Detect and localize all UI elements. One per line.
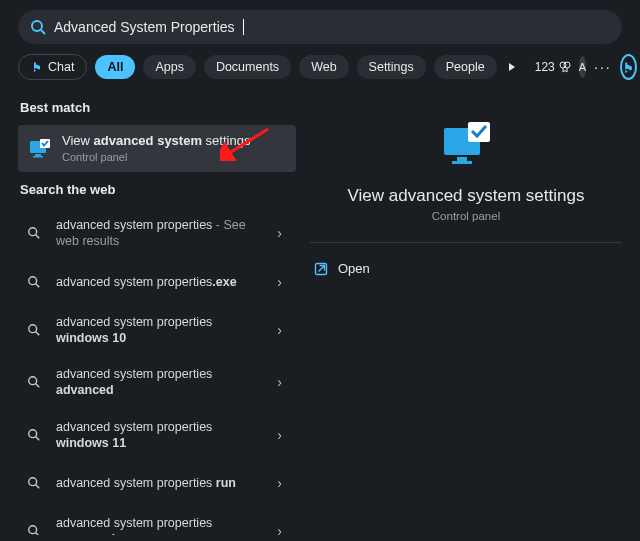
web-chip[interactable]: Web	[299, 55, 348, 79]
search-web-heading: Search the web	[20, 182, 296, 197]
svg-point-12	[29, 325, 37, 333]
svg-point-20	[29, 526, 37, 534]
rewards-count[interactable]: 123	[535, 60, 571, 74]
svg-line-19	[36, 485, 40, 489]
control-panel-icon	[28, 137, 52, 161]
more-options-icon[interactable]: ···	[594, 59, 612, 75]
chat-chip[interactable]: Chat	[18, 54, 87, 80]
svg-rect-23	[457, 157, 467, 161]
search-icon	[22, 318, 46, 342]
search-bar[interactable]: Advanced System Properties	[18, 10, 622, 44]
web-result-2[interactable]: advanced system properties windows 10 ›	[18, 304, 296, 357]
chevron-right-icon: ›	[277, 523, 286, 535]
svg-line-15	[36, 384, 40, 388]
search-icon	[22, 471, 46, 495]
account-avatar[interactable]: A	[579, 56, 586, 78]
svg-point-14	[29, 377, 37, 385]
svg-rect-24	[452, 161, 472, 164]
detail-panel: View advanced system settings Control pa…	[296, 90, 640, 535]
svg-line-21	[36, 533, 40, 535]
chat-label: Chat	[48, 60, 74, 74]
best-match-text: View advanced system settings Control pa…	[62, 133, 286, 164]
detail-title: View advanced system settings	[310, 186, 622, 206]
svg-line-13	[36, 332, 40, 336]
svg-point-18	[29, 478, 37, 486]
svg-point-10	[29, 276, 37, 284]
svg-line-17	[36, 437, 40, 441]
svg-line-11	[36, 283, 40, 287]
search-icon	[22, 221, 46, 245]
open-action[interactable]: Open	[310, 251, 622, 286]
detail-subtitle: Control panel	[310, 210, 622, 222]
search-icon	[30, 19, 46, 35]
chevron-right-icon: ›	[277, 475, 286, 491]
web-result-6[interactable]: advanced system properties command ›	[18, 505, 296, 535]
svg-point-16	[29, 430, 37, 438]
svg-rect-5	[35, 154, 41, 156]
svg-line-1	[41, 30, 45, 34]
chevron-right-icon: ›	[277, 274, 286, 290]
best-match-result[interactable]: View advanced system settings Control pa…	[18, 125, 296, 172]
search-icon	[22, 370, 46, 394]
search-icon	[22, 423, 46, 447]
bing-button[interactable]	[620, 54, 637, 80]
search-icon	[22, 519, 46, 535]
open-label: Open	[338, 261, 370, 276]
rewards-icon	[559, 61, 571, 73]
bing-icon	[622, 61, 635, 74]
more-filters-arrow-icon[interactable]	[505, 62, 519, 72]
text-caret	[243, 19, 244, 35]
web-result-4[interactable]: advanced system properties windows 11 ›	[18, 409, 296, 462]
web-result-3[interactable]: advanced system properties advanced ›	[18, 356, 296, 409]
filter-row: Chat All Apps Documents Web Settings Peo…	[0, 50, 640, 90]
svg-point-8	[29, 228, 37, 236]
search-icon	[22, 270, 46, 294]
all-chip[interactable]: All	[95, 55, 135, 79]
best-match-heading: Best match	[20, 100, 296, 115]
open-icon	[314, 262, 328, 276]
web-result-5[interactable]: advanced system properties run ›	[18, 461, 296, 505]
search-input-text: Advanced System Properties	[54, 19, 235, 35]
web-result-1[interactable]: advanced system properties.exe ›	[18, 260, 296, 304]
chevron-right-icon: ›	[277, 427, 286, 443]
chevron-right-icon: ›	[277, 374, 286, 390]
svg-rect-6	[33, 156, 43, 158]
bing-chat-icon	[31, 61, 43, 73]
svg-point-0	[32, 21, 42, 31]
chevron-right-icon: ›	[277, 322, 286, 338]
svg-line-9	[36, 235, 40, 239]
apps-chip[interactable]: Apps	[143, 55, 196, 79]
svg-point-3	[564, 62, 570, 68]
settings-chip[interactable]: Settings	[357, 55, 426, 79]
people-chip[interactable]: People	[434, 55, 497, 79]
documents-chip[interactable]: Documents	[204, 55, 291, 79]
results-panel: Best match View advanced system settings…	[0, 90, 296, 535]
chevron-right-icon: ›	[277, 225, 286, 241]
web-result-0[interactable]: advanced system properties - See web res…	[18, 207, 296, 260]
divider	[310, 242, 622, 243]
detail-app-icon	[310, 122, 622, 168]
